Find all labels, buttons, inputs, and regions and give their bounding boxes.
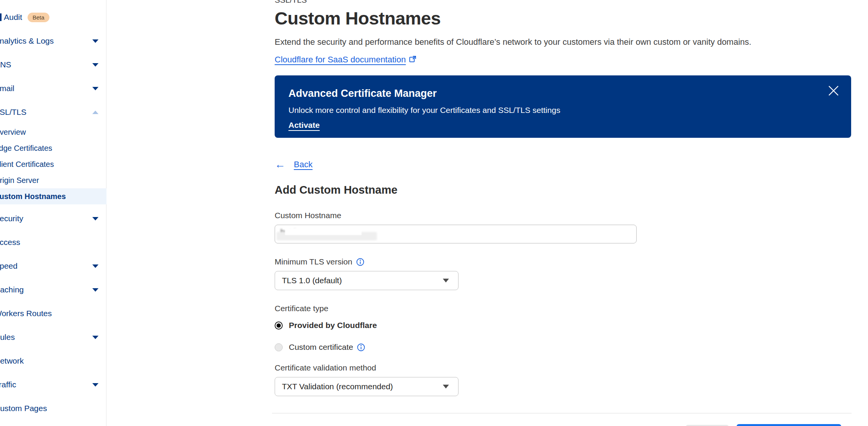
radio-unselected-icon: [275, 343, 283, 351]
redaction-smear: [285, 228, 362, 235]
chevron-down-icon: [92, 39, 98, 43]
advanced-certificate-manager-banner: Advanced Certificate Manager Unlock more…: [275, 75, 851, 138]
form-title: Add Custom Hostname: [275, 184, 852, 196]
sidebar-item-label: Access: [0, 238, 20, 247]
sidebar: Audit Beta Analytics & Logs DNS Email SS…: [0, 0, 106, 426]
sidebar-item-label: Audit: [4, 13, 22, 22]
chevron-down-icon: [92, 217, 98, 220]
sidebar-item-caching[interactable]: Caching: [0, 278, 106, 302]
radio-provided-by-cloudflare[interactable]: Provided by Cloudflare: [275, 321, 852, 330]
add-custom-hostname-button[interactable]: Add Custom Hostname: [737, 424, 841, 426]
custom-hostname-label: Custom Hostname: [275, 211, 852, 220]
radio-label: Custom certificate: [289, 343, 353, 352]
sidebar-item-custom-hostnames[interactable]: Custom Hostnames: [0, 188, 106, 204]
main-content: SSL/TLS Custom Hostnames Extend the secu…: [275, 0, 852, 426]
sidebar-item-email[interactable]: Email: [0, 77, 106, 100]
cancel-button[interactable]: Cancel: [686, 425, 729, 426]
custom-hostname-input[interactable]: byt.f: [275, 225, 637, 243]
sidebar-item-label: Custom Pages: [0, 404, 47, 413]
external-link-icon: [409, 55, 417, 65]
minimum-tls-version-label: Minimum TLS version: [275, 257, 352, 266]
chevron-down-icon: [92, 383, 98, 387]
sidebar-item-label: DNS: [0, 60, 11, 69]
sidebar-item-label: Overview: [0, 128, 26, 137]
certificate-type-label: Certificate type: [275, 304, 852, 313]
back-link[interactable]: Back: [294, 160, 313, 170]
chevron-up-icon: [92, 111, 98, 114]
sidebar-item-label: Traffic: [0, 380, 16, 389]
sidebar-item-audit[interactable]: Audit Beta: [0, 5, 106, 29]
saas-documentation-link-label: Cloudflare for SaaS documentation: [275, 55, 406, 64]
sidebar-item-security[interactable]: Security: [0, 207, 106, 230]
sidebar-item-traffic[interactable]: Traffic: [0, 373, 106, 397]
sidebar-item-workers-routes[interactable]: Workers Routes: [0, 302, 106, 325]
breadcrumb: SSL/TLS: [275, 0, 852, 5]
sidebar-item-client-certificates[interactable]: Client Certificates: [0, 156, 106, 172]
footer-divider: [272, 413, 852, 413]
dropdown-arrow-icon: [443, 279, 449, 282]
dropdown-arrow-icon: [443, 385, 449, 388]
sidebar-item-label: Analytics & Logs: [0, 36, 54, 46]
sidebar-item-label: Rules: [0, 333, 15, 342]
sidebar-item-origin-server[interactable]: Origin Server: [0, 172, 106, 188]
chevron-down-icon: [92, 336, 98, 339]
sidebar-item-label: SSL/TLS: [0, 108, 26, 117]
sidebar-item-label: Network: [0, 356, 24, 366]
chevron-down-icon: [92, 288, 98, 292]
sidebar-item-access[interactable]: Access: [0, 230, 106, 254]
radio-selected-icon: [275, 322, 283, 330]
sidebar-item-analytics-logs[interactable]: Analytics & Logs: [0, 29, 106, 53]
sidebar-item-overview[interactable]: Overview: [0, 124, 106, 140]
chevron-down-icon: [92, 87, 98, 90]
page-description: Extend the security and performance bene…: [275, 37, 852, 47]
radio-label: Provided by Cloudflare: [289, 321, 377, 330]
certificate-validation-method-label: Certificate validation method: [275, 363, 852, 372]
sidebar-item-ssl-tls[interactable]: SSL/TLS: [0, 100, 106, 124]
info-icon[interactable]: [356, 258, 364, 266]
sidebar-item-label: Email: [0, 84, 15, 93]
sidebar-item-rules[interactable]: Rules: [0, 325, 106, 349]
sidebar-item-label: Custom Hostnames: [0, 192, 66, 201]
sidebar-item-dns[interactable]: DNS: [0, 53, 106, 77]
sidebar-item-label: Workers Routes: [0, 309, 52, 318]
sidebar-item-label: Edge Certificates: [0, 144, 52, 153]
certificate-validation-method-value: TXT Validation (recommended): [282, 382, 393, 391]
sidebar-item-speed[interactable]: Speed: [0, 254, 106, 278]
certificate-validation-method-select[interactable]: TXT Validation (recommended): [275, 377, 459, 396]
sidebar-item-custom-pages[interactable]: Custom Pages: [0, 397, 106, 420]
radio-custom-certificate[interactable]: Custom certificate: [275, 343, 852, 352]
close-icon[interactable]: [827, 84, 840, 98]
sidebar-item-network[interactable]: Network: [0, 349, 106, 373]
banner-body: Unlock more control and flexibility for …: [288, 106, 837, 115]
sidebar-item-label: Client Certificates: [0, 160, 54, 169]
sidebar-item-label: Speed: [0, 261, 18, 271]
sidebar-item-edge-certificates[interactable]: Edge Certificates: [0, 140, 106, 156]
chevron-down-icon: [92, 264, 98, 268]
beta-badge: Beta: [28, 13, 49, 22]
saas-documentation-link[interactable]: Cloudflare for SaaS documentation: [275, 55, 417, 64]
page-title: Custom Hostnames: [275, 8, 852, 29]
sidebar-item-label: Security: [0, 214, 23, 223]
minimum-tls-version-select[interactable]: TLS 1.0 (default): [275, 271, 459, 290]
sidebar-item-label: Caching: [0, 285, 24, 294]
clipped-icon: [0, 13, 2, 21]
banner-title: Advanced Certificate Manager: [288, 88, 837, 100]
info-icon[interactable]: [357, 343, 365, 351]
chevron-down-icon: [92, 63, 98, 67]
minimum-tls-version-value: TLS 1.0 (default): [282, 276, 342, 285]
activate-link[interactable]: Activate: [288, 121, 320, 130]
back-arrow-icon[interactable]: ←: [275, 159, 285, 170]
sidebar-item-label: Origin Server: [0, 176, 39, 185]
